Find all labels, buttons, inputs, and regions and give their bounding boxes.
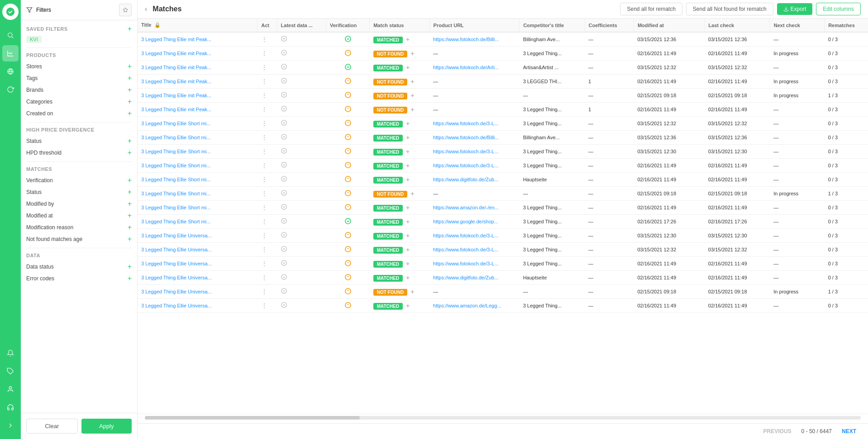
sidebar-search-icon[interactable] xyxy=(2,27,19,43)
add-match-icon[interactable]: + xyxy=(406,176,410,183)
row-menu-icon[interactable]: ⋮ xyxy=(261,176,267,183)
title-link[interactable]: 3 Legged Thing Ellie Universa... xyxy=(141,261,212,266)
row-menu-icon[interactable]: ⋮ xyxy=(261,162,267,169)
next-button[interactable]: NEXT xyxy=(837,426,861,436)
add-match-icon[interactable]: + xyxy=(406,232,410,239)
filter-match-status[interactable]: Status + xyxy=(26,186,132,198)
title-link[interactable]: 3 Legged Thing Ellie Short mi... xyxy=(141,177,210,182)
filter-error-codes[interactable]: Error codes + xyxy=(26,273,132,284)
product-url-link[interactable]: https://www.fotokoch.de/3-L... xyxy=(433,149,498,154)
title-link[interactable]: 3 Legged Thing Ellie Short mi... xyxy=(141,135,210,140)
title-link[interactable]: 3 Legged Thing Ellie Universa... xyxy=(141,275,212,280)
product-url-link[interactable]: https://www.fotokoch.de/Billi... xyxy=(433,135,499,140)
sidebar-bell-icon[interactable] xyxy=(2,345,19,361)
row-menu-icon[interactable]: ⋮ xyxy=(261,78,267,85)
title-link[interactable]: 3 Legged Thing Ellie Short mi... xyxy=(141,149,210,154)
add-match-icon[interactable]: + xyxy=(410,288,414,295)
filter-categories[interactable]: Categories + xyxy=(26,96,132,108)
sidebar-headset-icon[interactable] xyxy=(2,399,19,415)
title-link[interactable]: 3 Legged Thing Ellie Short mi... xyxy=(141,191,210,196)
back-button[interactable]: ‹ xyxy=(145,5,147,13)
title-link[interactable]: 3 Legged Thing Ellie mit Peak... xyxy=(141,79,211,84)
export-button[interactable]: Export xyxy=(777,3,813,15)
filter-pin-button[interactable] xyxy=(119,4,132,16)
sidebar-collapse-icon[interactable] xyxy=(2,417,19,434)
product-url-link[interactable]: https://www.fotokoch.de/3-L... xyxy=(433,121,498,126)
add-match-icon[interactable]: + xyxy=(406,218,410,225)
row-menu-icon[interactable]: ⋮ xyxy=(261,190,267,197)
apply-button[interactable]: Apply xyxy=(81,419,132,434)
title-link[interactable]: 3 Legged Thing Ellie Short mi... xyxy=(141,219,210,224)
app-logo[interactable] xyxy=(2,4,19,20)
saved-filter-kvi[interactable]: KVI xyxy=(26,36,42,43)
horizontal-scrollbar[interactable] xyxy=(145,416,861,420)
row-menu-icon[interactable]: ⋮ xyxy=(261,204,267,211)
filter-match-verification[interactable]: Verification + xyxy=(26,175,132,186)
add-match-icon[interactable]: + xyxy=(406,120,410,127)
add-match-icon[interactable]: + xyxy=(406,246,410,253)
product-url-link[interactable]: https://www.digitfoto.de/Zub... xyxy=(433,275,498,280)
filter-tags[interactable]: Tags + xyxy=(26,72,132,84)
row-menu-icon[interactable]: ⋮ xyxy=(261,232,267,239)
title-link[interactable]: 3 Legged Thing Ellie Universa... xyxy=(141,289,212,294)
scrollbar-thumb[interactable] xyxy=(145,416,360,420)
sidebar-tag-icon[interactable] xyxy=(2,363,19,379)
product-url-link[interactable]: https://www.google.de/shop... xyxy=(433,219,498,224)
product-url-link[interactable]: https://www.fotokoch.de/3-L... xyxy=(433,247,498,252)
sidebar-chart-icon[interactable] xyxy=(2,45,19,61)
row-menu-icon[interactable]: ⋮ xyxy=(261,134,267,141)
row-menu-icon[interactable]: ⋮ xyxy=(261,64,267,71)
product-url-link[interactable]: https://www.fotokoch.de/Arti... xyxy=(433,65,499,70)
add-match-icon[interactable]: + xyxy=(410,50,414,57)
add-match-icon[interactable]: + xyxy=(410,78,414,85)
add-match-icon[interactable]: + xyxy=(406,134,410,141)
filter-modification-reason[interactable]: Modification reason + xyxy=(26,222,132,233)
sidebar-globe-icon[interactable] xyxy=(2,63,19,80)
product-url-link[interactable]: https://www.fotokoch.de/3-L... xyxy=(433,163,498,168)
row-menu-icon[interactable]: ⋮ xyxy=(261,36,267,43)
row-menu-icon[interactable]: ⋮ xyxy=(261,288,267,295)
add-match-icon[interactable]: + xyxy=(410,106,414,113)
previous-button[interactable]: PREVIOUS xyxy=(759,426,796,436)
row-menu-icon[interactable]: ⋮ xyxy=(261,148,267,155)
add-match-icon[interactable]: + xyxy=(410,190,414,197)
title-link[interactable]: 3 Legged Thing Ellie mit Peak... xyxy=(141,65,211,70)
sidebar-user-icon[interactable] xyxy=(2,381,19,397)
row-menu-icon[interactable]: ⋮ xyxy=(261,120,267,127)
title-link[interactable]: 3 Legged Thing Ellie Universa... xyxy=(141,233,212,238)
filter-not-found-age[interactable]: Not found matches age + xyxy=(26,233,132,245)
filter-data-status[interactable]: Data status + xyxy=(26,261,132,273)
add-match-icon[interactable]: + xyxy=(410,92,414,99)
row-menu-icon[interactable]: ⋮ xyxy=(261,218,267,225)
row-menu-icon[interactable]: ⋮ xyxy=(261,246,267,253)
sidebar-refresh-icon[interactable] xyxy=(2,81,19,98)
title-link[interactable]: 3 Legged Thing Ellie Short mi... xyxy=(141,205,210,210)
title-link[interactable]: 3 Legged Thing Ellie mit Peak... xyxy=(141,107,211,112)
title-link[interactable]: 3 Legged Thing Ellie Universa... xyxy=(141,247,212,252)
row-menu-icon[interactable]: ⋮ xyxy=(261,260,267,267)
title-link[interactable]: 3 Legged Thing Ellie Short mi... xyxy=(141,121,210,126)
product-url-link[interactable]: https://www.amazon.de/-/en... xyxy=(433,205,499,210)
product-url-link[interactable]: https://www.fotokoch.de/3-L... xyxy=(433,261,498,266)
product-url-link[interactable]: https://www.fotokoch.de/Billi... xyxy=(433,37,499,42)
title-link[interactable]: 3 Legged Thing Ellie mit Peak... xyxy=(141,51,211,56)
filter-modified-at[interactable]: Modified at + xyxy=(26,210,132,222)
edit-columns-button[interactable]: Edit columns xyxy=(816,3,861,15)
add-match-icon[interactable]: + xyxy=(406,64,410,71)
row-menu-icon[interactable]: ⋮ xyxy=(261,50,267,57)
add-match-icon[interactable]: + xyxy=(406,162,410,169)
row-menu-icon[interactable]: ⋮ xyxy=(261,92,267,99)
filter-hpd-status[interactable]: Status + xyxy=(26,135,132,147)
filter-hpd-threshold[interactable]: HPD threshold + xyxy=(26,147,132,159)
add-match-icon[interactable]: + xyxy=(406,260,410,267)
filter-created-on[interactable]: Created on + xyxy=(26,108,132,119)
add-match-icon[interactable]: + xyxy=(406,36,410,43)
filter-brands[interactable]: Brands + xyxy=(26,84,132,96)
row-menu-icon[interactable]: ⋮ xyxy=(261,302,267,309)
send-all-not-found-button[interactable]: Send all Not found for rematch xyxy=(686,3,773,15)
row-menu-icon[interactable]: ⋮ xyxy=(261,106,267,113)
title-link[interactable]: 3 Legged Thing Ellie Universa... xyxy=(141,303,212,308)
add-match-icon[interactable]: + xyxy=(406,204,410,211)
filter-stores[interactable]: Stores + xyxy=(26,61,132,72)
product-url-link[interactable]: https://www.amazon.de/Legg... xyxy=(433,303,501,308)
